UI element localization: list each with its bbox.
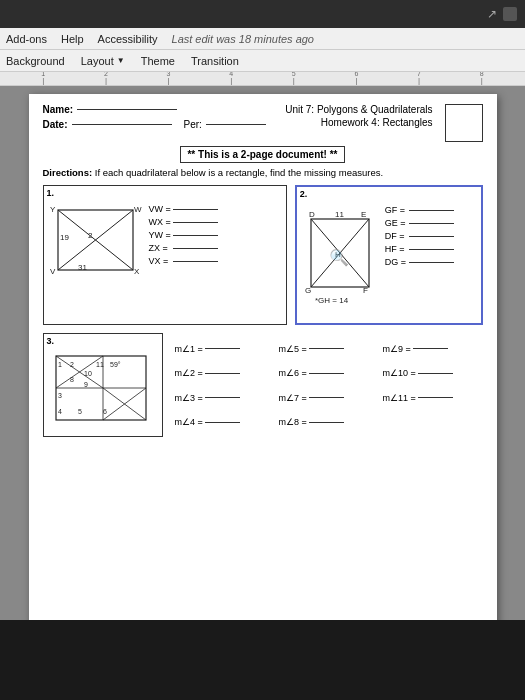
field-wx-label: WX = — [149, 217, 171, 227]
window-button-1[interactable] — [503, 7, 517, 21]
name-label: Name: — [43, 104, 74, 115]
p3-field-1: m∠1 = — [175, 337, 271, 360]
ruler-mark-4: 4 — [200, 72, 263, 85]
field-gf: GF = — [385, 205, 454, 215]
problem-2-fields: GF = GE = DF = — [385, 205, 454, 267]
menu-bar: Add-ons Help Accessibility Last edit was… — [0, 28, 525, 50]
per-input-line — [206, 124, 266, 125]
svg-text:3: 3 — [58, 392, 62, 399]
field-ge: GE = — [385, 218, 454, 228]
problem-3-row: 3. 1 2 10 — [43, 333, 483, 437]
problem-3-fields: m∠1 = m∠5 = m∠9 = m∠2 = — [171, 333, 483, 437]
p3-label-6: m∠6 = — [279, 368, 307, 378]
problem-1: 1. Y W — [43, 185, 287, 325]
svg-text:V: V — [50, 267, 56, 276]
p3-field-6: m∠6 = — [279, 362, 375, 385]
svg-text:6: 6 — [103, 408, 107, 415]
p3-line-4 — [205, 422, 240, 423]
problem-2: 2. 🔍 D — [295, 185, 483, 325]
p3-line-3 — [205, 397, 240, 398]
bottom-bar — [0, 620, 525, 700]
field-vx: VX = — [149, 256, 218, 266]
header-box — [445, 104, 483, 142]
ruler-mark-1: 1 — [12, 72, 75, 85]
field-wx: WX = — [149, 217, 218, 227]
field-vx-label: VX = — [149, 256, 171, 266]
field-gf-line — [409, 210, 454, 211]
svg-text:59°: 59° — [110, 361, 121, 368]
field-zx-label: ZX = — [149, 243, 171, 253]
p3-field-3: m∠3 = — [175, 386, 271, 409]
toolbar-transition[interactable]: Transition — [191, 55, 239, 67]
p3-field-10: m∠10 = — [383, 362, 479, 385]
hw-title: Homework 4: Rectangles — [285, 117, 432, 128]
svg-text:2: 2 — [70, 361, 74, 368]
ruler-mark-5: 5 — [263, 72, 326, 85]
p3-label-10: m∠10 = — [383, 368, 416, 378]
problem-1-shape: Y W X V 19 2 31 — [48, 202, 143, 282]
p3-line-1 — [205, 348, 240, 349]
p3-label-2: m∠2 = — [175, 368, 203, 378]
toolbar-background[interactable]: Background — [6, 55, 65, 67]
svg-text:1: 1 — [58, 361, 62, 368]
p3-field-4: m∠4 = — [175, 411, 271, 434]
field-df-label: DF = — [385, 231, 407, 241]
svg-text:11: 11 — [335, 210, 344, 219]
p3-line-6 — [309, 373, 344, 374]
problem-1-number: 1. — [47, 188, 55, 198]
name-field: Name: — [43, 104, 266, 115]
toolbar-layout[interactable]: Layout▼ — [81, 55, 125, 67]
p3-line-8 — [309, 422, 344, 423]
p3-line-10 — [418, 373, 453, 374]
p3-label-5: m∠5 = — [279, 344, 307, 354]
p3-line-11 — [418, 397, 453, 398]
field-hf-line — [409, 249, 454, 250]
svg-text:9: 9 — [84, 381, 88, 388]
last-edit-text: Last edit was 18 minutes ago — [172, 33, 314, 45]
svg-text:G: G — [305, 286, 311, 295]
header-left: Name: Date: Per: — [43, 104, 266, 130]
svg-text:W: W — [134, 205, 142, 214]
menu-help[interactable]: Help — [61, 33, 84, 45]
field-zx: ZX = — [149, 243, 218, 253]
diagonal-icon: ↗ — [487, 7, 497, 21]
ruler-mark-6: 6 — [325, 72, 388, 85]
field-dg-label: DG = — [385, 257, 407, 267]
field-dg-line — [409, 262, 454, 263]
svg-text:19: 19 — [60, 233, 69, 242]
svg-text:X: X — [134, 267, 140, 276]
directions: Directions: If each quadrilateral below … — [43, 167, 483, 179]
svg-text:E: E — [361, 210, 366, 219]
date-label: Date: — [43, 119, 68, 130]
header-right: Unit 7: Polygons & Quadrilaterals Homewo… — [285, 104, 482, 142]
field-vx-line — [173, 261, 218, 262]
menu-addons[interactable]: Add-ons — [6, 33, 47, 45]
two-page-notice: ** This is a 2-page document! ** — [180, 146, 344, 163]
ruler-mark-7: 7 — [388, 72, 451, 85]
p3-label-9: m∠9 = — [383, 344, 411, 354]
toolbar-theme[interactable]: Theme — [141, 55, 175, 67]
p3-field-7: m∠7 = — [279, 386, 375, 409]
field-vw: VW = — [149, 204, 218, 214]
toolbar: Background Layout▼ Theme Transition — [0, 50, 525, 72]
p3-field-11: m∠11 = — [383, 386, 479, 409]
field-dg: DG = — [385, 257, 454, 267]
p3-label-4: m∠4 = — [175, 417, 203, 427]
menu-accessibility[interactable]: Accessibility — [98, 33, 158, 45]
screen: ↗ Add-ons Help Accessibility Last edit w… — [0, 0, 525, 700]
document-area: Name: Date: Per: Unit 7: Polygons & Quad… — [0, 86, 525, 620]
field-ge-label: GE = — [385, 218, 407, 228]
field-yw-label: YW = — [149, 230, 171, 240]
problems-row-1: 1. Y W — [43, 185, 483, 325]
p3-field-8: m∠8 = — [279, 411, 375, 434]
title-bar: ↗ — [0, 0, 525, 28]
svg-text:10: 10 — [84, 370, 92, 377]
unit-title: Unit 7: Polygons & Quadrilaterals — [285, 104, 432, 115]
field-vw-line — [173, 209, 218, 210]
svg-text:F: F — [363, 286, 368, 295]
svg-text:11: 11 — [96, 361, 104, 368]
svg-text:8: 8 — [70, 376, 74, 383]
directions-text: If each quadrilateral below is a rectang… — [95, 167, 383, 178]
field-hf-label: HF = — [385, 244, 407, 254]
field-wx-line — [173, 222, 218, 223]
